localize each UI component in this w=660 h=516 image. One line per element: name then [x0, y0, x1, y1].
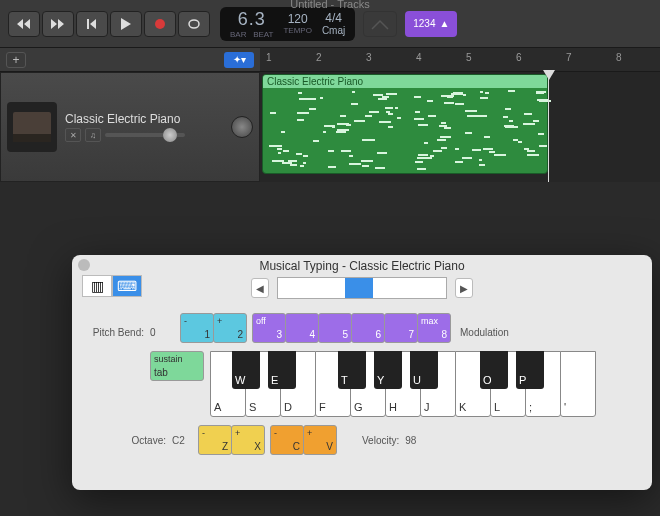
octave-left-button[interactable]: ◀: [251, 278, 269, 298]
lcd-timesig: 4/4: [322, 11, 345, 25]
black-key-Y[interactable]: Y: [374, 351, 402, 389]
pitch-bend-up-key[interactable]: +2: [213, 313, 247, 343]
midi-region[interactable]: Classic Electric Piano: [262, 74, 548, 174]
lcd-key: Cmaj: [322, 25, 345, 36]
velocity-down-key[interactable]: -C: [270, 425, 304, 455]
ruler-mark: 4: [416, 52, 422, 63]
ruler-mark: 3: [366, 52, 372, 63]
svg-rect-0: [87, 19, 89, 29]
track-header-row: + ✦▾ 12345678: [0, 48, 660, 72]
modulation-key-5[interactable]: 5: [318, 313, 352, 343]
lcd-beat: 3: [255, 9, 266, 29]
lcd-tempo-label: TEMPO: [283, 26, 311, 35]
ruler-mark: 6: [516, 52, 522, 63]
svg-point-1: [155, 19, 165, 29]
octave-up-key[interactable]: +X: [231, 425, 265, 455]
midi-notes: [263, 88, 547, 174]
track-row: Classic Electric Piano ✕ ♫ Classic Elect…: [0, 72, 660, 182]
sustain-key[interactable]: sustain tab: [150, 351, 204, 381]
octave-label: Octave:: [132, 435, 166, 446]
ruler-mark: 5: [466, 52, 472, 63]
modulation-label: Modulation: [460, 313, 509, 338]
octave-value: C2: [172, 425, 192, 446]
go-to-start-button[interactable]: [76, 11, 108, 37]
track-lane[interactable]: Classic Electric Piano: [260, 72, 660, 182]
volume-slider[interactable]: [105, 133, 185, 137]
pan-knob[interactable]: [231, 116, 253, 138]
track-filter-button[interactable]: ✦▾: [224, 52, 254, 68]
cycle-button[interactable]: [178, 11, 210, 37]
black-key-E[interactable]: E: [268, 351, 296, 389]
record-button[interactable]: [144, 11, 176, 37]
master-meter[interactable]: [363, 11, 397, 37]
pitch-bend-down-key[interactable]: -1: [180, 313, 214, 343]
ruler-mark: 8: [616, 52, 622, 63]
transport-controls: [8, 11, 212, 37]
modulation-key-7[interactable]: 7: [384, 313, 418, 343]
close-button[interactable]: [78, 259, 90, 271]
ruler-mark: 2: [316, 52, 322, 63]
timeline-ruler[interactable]: 12345678: [260, 48, 660, 71]
solo-button[interactable]: ♫: [85, 128, 101, 142]
modulation-key-6[interactable]: 6: [351, 313, 385, 343]
typing-keyboard: ASDFGHJKL;'WETYUOP: [210, 351, 595, 417]
modulation-key-3[interactable]: off3: [252, 313, 286, 343]
metronome-icon: ▲: [439, 18, 449, 29]
black-key-U[interactable]: U: [410, 351, 438, 389]
ruler-mark: 7: [566, 52, 572, 63]
velocity-up-key[interactable]: +V: [303, 425, 337, 455]
velocity-label: Velocity:: [362, 435, 399, 446]
modulation-key-4[interactable]: 4: [285, 313, 319, 343]
ruler-mark: 1: [266, 52, 272, 63]
black-key-T[interactable]: T: [338, 351, 366, 389]
black-key-P[interactable]: P: [516, 351, 544, 389]
window-title: Untitled - Tracks: [290, 0, 369, 10]
count-in-button[interactable]: 1234▲: [405, 11, 457, 37]
track-header[interactable]: Classic Electric Piano ✕ ♫: [0, 72, 260, 182]
lcd-beat-label: BEAT: [253, 30, 273, 39]
keyboard-tab-piano[interactable]: ▥: [82, 275, 112, 297]
musical-typing-title: Musical Typing - Classic Electric Piano: [72, 255, 652, 275]
add-track-button[interactable]: +: [6, 52, 26, 68]
white-key-'[interactable]: ': [560, 351, 596, 417]
octave-down-key[interactable]: -Z: [198, 425, 232, 455]
mute-button[interactable]: ✕: [65, 128, 81, 142]
forward-button[interactable]: [42, 11, 74, 37]
black-key-O[interactable]: O: [480, 351, 508, 389]
rewind-button[interactable]: [8, 11, 40, 37]
black-key-W[interactable]: W: [232, 351, 260, 389]
lcd-tempo: 120: [283, 12, 311, 26]
track-name: Classic Electric Piano: [65, 112, 223, 126]
lcd-bar: 6: [238, 9, 249, 29]
pitch-bend-label: Pitch Bend:: [86, 313, 144, 338]
count-in-label: 1234: [413, 18, 435, 29]
velocity-value: 98: [405, 425, 416, 446]
region-label: Classic Electric Piano: [263, 75, 547, 88]
track-instrument-icon: [7, 102, 57, 152]
octave-right-button[interactable]: ▶: [455, 278, 473, 298]
pitch-bend-value: 0: [150, 313, 174, 338]
keyboard-tab-typing[interactable]: ⌨: [112, 275, 142, 297]
lcd-display[interactable]: 6.3 BAR BEAT 120 TEMPO 4/4 Cmaj: [220, 7, 355, 41]
playhead[interactable]: [548, 72, 549, 182]
lcd-bar-label: BAR: [230, 30, 246, 39]
modulation-key-8[interactable]: max8: [417, 313, 451, 343]
play-button[interactable]: [110, 11, 142, 37]
musical-typing-window[interactable]: Musical Typing - Classic Electric Piano …: [72, 255, 652, 490]
mini-keyboard[interactable]: [277, 277, 447, 299]
